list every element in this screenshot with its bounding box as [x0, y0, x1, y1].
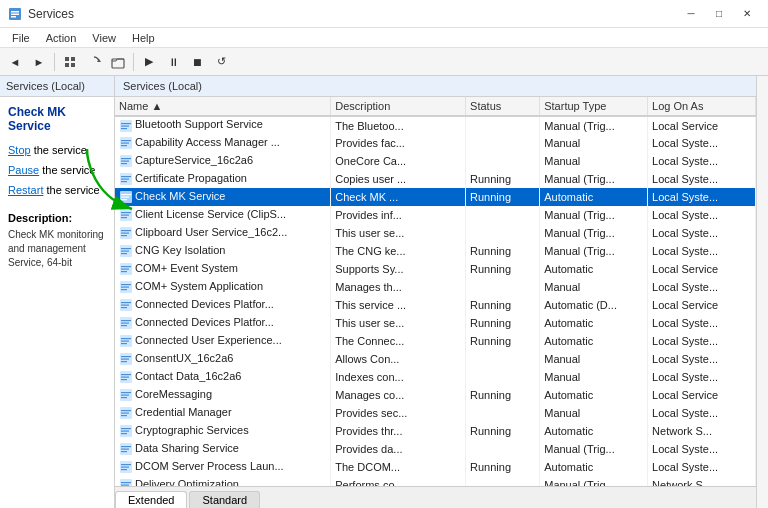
svg-rect-60: [121, 338, 131, 339]
service-name: Contact Data_16c2a6: [115, 368, 331, 386]
forward-button[interactable]: ►: [28, 51, 50, 73]
col-logon[interactable]: Log On As: [648, 97, 756, 116]
stop-button[interactable]: ⏹: [186, 51, 208, 73]
pause-button[interactable]: ⏸: [162, 51, 184, 73]
service-status: [466, 440, 540, 458]
svg-rect-45: [121, 269, 129, 270]
table-row[interactable]: ConsentUX_16c2a6 Allows Con... Manual Lo…: [115, 350, 756, 368]
table-row[interactable]: CaptureService_16c2a6 OneCore Ca... Manu…: [115, 152, 756, 170]
service-logon: Local Syste...: [648, 350, 756, 368]
svg-rect-14: [121, 128, 127, 129]
menu-view[interactable]: View: [84, 30, 124, 46]
service-status: Running: [466, 260, 540, 278]
table-row[interactable]: Connected Devices Platfor... This user s…: [115, 314, 756, 332]
service-desc: Check MK ...: [331, 188, 466, 206]
table-row[interactable]: Cryptographic Services Provides thr... R…: [115, 422, 756, 440]
table-row[interactable]: Client License Service (ClipS... Provide…: [115, 206, 756, 224]
service-name: Cryptographic Services: [115, 422, 331, 440]
description-label: Description:: [0, 204, 114, 226]
service-status: [466, 134, 540, 152]
service-desc: This user se...: [331, 224, 466, 242]
service-desc: Provides fac...: [331, 134, 466, 152]
table-row[interactable]: Contact Data_16c2a6 Indexes con... Manua…: [115, 368, 756, 386]
table-row[interactable]: Capability Access Manager ... Provides f…: [115, 134, 756, 152]
service-startup: Manual: [540, 134, 648, 152]
service-name: COM+ Event System: [115, 260, 331, 278]
browse-button[interactable]: [107, 51, 129, 73]
table-row[interactable]: COM+ System Application Manages th... Ma…: [115, 278, 756, 296]
table-container[interactable]: Name ▲ Description Status Startup Type L…: [115, 97, 756, 486]
service-name: CaptureService_16c2a6: [115, 152, 331, 170]
svg-rect-24: [121, 176, 131, 177]
service-name: Client License Service (ClipS...: [115, 206, 331, 224]
table-row[interactable]: Data Sharing Service Provides da... Manu…: [115, 440, 756, 458]
svg-rect-57: [121, 323, 129, 324]
table-row[interactable]: Bluetooth Support Service The Bluetoo...…: [115, 116, 756, 134]
pause-link[interactable]: Pause: [8, 164, 39, 176]
svg-rect-34: [121, 217, 127, 218]
service-desc: Manages co...: [331, 386, 466, 404]
svg-rect-72: [121, 392, 131, 393]
menu-help[interactable]: Help: [124, 30, 163, 46]
svg-rect-36: [121, 230, 131, 231]
table-row[interactable]: CNG Key Isolation The CNG ke... Running …: [115, 242, 756, 260]
menu-action[interactable]: Action: [38, 30, 85, 46]
stop-link[interactable]: Stop: [8, 144, 31, 156]
scrollbar[interactable]: [756, 76, 768, 508]
svg-rect-22: [121, 163, 127, 164]
refresh-button[interactable]: [83, 51, 105, 73]
col-startup[interactable]: Startup Type: [540, 97, 648, 116]
service-name: Connected User Experience...: [115, 332, 331, 350]
service-status: [466, 368, 540, 386]
table-row[interactable]: Connected User Experience... The Connec.…: [115, 332, 756, 350]
service-startup: Manual: [540, 350, 648, 368]
pause-suffix: the service: [39, 164, 95, 176]
table-row[interactable]: Connected Devices Platfor... This servic…: [115, 296, 756, 314]
sidebar-service-title: Check MK Service: [0, 97, 114, 137]
back-button[interactable]: ◄: [4, 51, 26, 73]
service-logon: Local Syste...: [648, 332, 756, 350]
svg-rect-74: [121, 397, 127, 398]
service-status: [466, 206, 540, 224]
table-row[interactable]: COM+ Event System Supports Sy... Running…: [115, 260, 756, 278]
restart-link[interactable]: Restart: [8, 184, 43, 196]
service-logon: Network S...: [648, 422, 756, 440]
service-name: Data Sharing Service: [115, 440, 331, 458]
svg-rect-65: [121, 359, 129, 360]
close-button[interactable]: ✕: [734, 5, 760, 23]
table-row[interactable]: Clipboard User Service_16c2... This user…: [115, 224, 756, 242]
col-name[interactable]: Name ▲: [115, 97, 331, 116]
service-desc: Provides inf...: [331, 206, 466, 224]
restart-button-toolbar[interactable]: ↺: [210, 51, 232, 73]
col-status[interactable]: Status: [466, 97, 540, 116]
table-row[interactable]: Delivery Optimization Performs co... Man…: [115, 476, 756, 486]
play-button[interactable]: ▶: [138, 51, 160, 73]
menu-file[interactable]: File: [4, 30, 38, 46]
service-status: [466, 278, 540, 296]
tab-standard[interactable]: Standard: [189, 491, 260, 508]
content-panel: Services (Local) Name ▲ Description Stat…: [115, 76, 756, 508]
service-startup: Automatic: [540, 188, 648, 206]
svg-rect-12: [121, 123, 131, 124]
service-desc: Allows Con...: [331, 350, 466, 368]
svg-rect-69: [121, 377, 129, 378]
table-row[interactable]: Certificate Propagation Copies user ... …: [115, 170, 756, 188]
service-status: [466, 350, 540, 368]
service-startup: Automatic: [540, 458, 648, 476]
up-button[interactable]: [59, 51, 81, 73]
svg-rect-37: [121, 233, 129, 234]
table-row[interactable]: Credential Manager Provides sec... Manua…: [115, 404, 756, 422]
tab-extended[interactable]: Extended: [115, 491, 187, 508]
col-desc[interactable]: Description: [331, 97, 466, 116]
maximize-button[interactable]: □: [706, 5, 732, 23]
table-row[interactable]: CoreMessaging Manages co... Running Auto…: [115, 386, 756, 404]
service-desc: The Connec...: [331, 332, 466, 350]
table-row[interactable]: Check MK Service Check MK ... Running Au…: [115, 188, 756, 206]
minimize-button[interactable]: ─: [678, 5, 704, 23]
svg-rect-28: [121, 194, 131, 195]
svg-rect-50: [121, 289, 127, 290]
svg-rect-82: [121, 433, 127, 434]
svg-rect-56: [121, 320, 131, 321]
service-logon: Local Syste...: [648, 170, 756, 188]
table-row[interactable]: DCOM Server Process Laun... The DCOM... …: [115, 458, 756, 476]
